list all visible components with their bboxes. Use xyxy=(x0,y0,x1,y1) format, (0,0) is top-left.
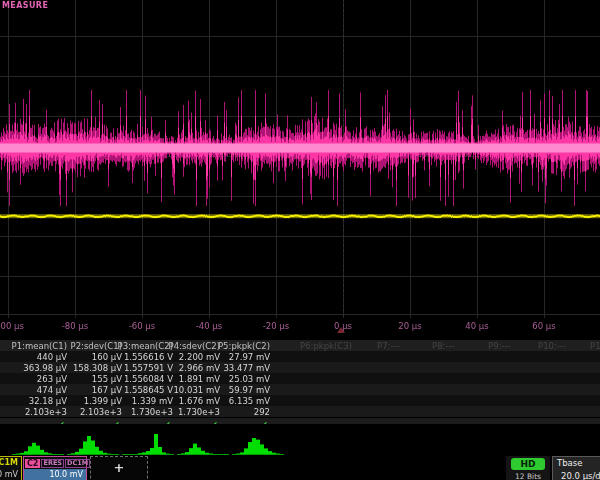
time-axis-label: -100 µs xyxy=(0,321,24,331)
parameter-header[interactable]: P1:mean(C1) xyxy=(12,341,67,351)
parameter-value: 1.730e+3 xyxy=(178,407,220,417)
parameter-histicons xyxy=(0,424,600,458)
time-axis-label: -40 µs xyxy=(196,321,222,331)
parameter-value: 1.399 µV xyxy=(84,396,122,406)
measurement-table: P1:mean(C1)440 µV363.98 µV263 µV474 µV32… xyxy=(0,340,600,436)
parameter-value: 6.135 mV xyxy=(229,396,270,406)
timebase-descriptor[interactable]: Tbase 20.0 µs/div xyxy=(552,456,600,480)
time-axis-label: 40 µs xyxy=(465,321,488,331)
time-axis-label: 20 µs xyxy=(398,321,421,331)
parameter-header[interactable]: P3:mean(C2) xyxy=(118,341,173,351)
parameter-value: 1.339 mV xyxy=(132,396,173,406)
time-axis-label: -60 µs xyxy=(129,321,155,331)
waveform-canvas xyxy=(0,0,600,318)
parameter-value: 292 xyxy=(254,407,270,417)
parameter-value: 32.18 µV xyxy=(29,396,67,406)
parameter-value: 59.97 mV xyxy=(229,385,270,395)
parameter-header[interactable]: P4:sdev(C2) xyxy=(169,341,220,351)
time-axis-label: -80 µs xyxy=(62,321,88,331)
parameter-value: 363.98 µV xyxy=(23,363,67,373)
parameter-value: 27.97 mV xyxy=(229,352,270,362)
hd-badge: HD xyxy=(511,458,545,470)
parameter-value: 2.103e+3 xyxy=(25,407,67,417)
c2-coupling-badge: DC1M xyxy=(65,459,90,468)
parameter-value: 1.557591 V xyxy=(124,363,173,373)
parameter-value: 1.891 mV xyxy=(179,374,220,384)
parameter-value: 2.200 mV xyxy=(179,352,220,362)
channel-c1-descriptor[interactable]: DC1M 10.0 mV xyxy=(0,456,22,480)
table-row xyxy=(0,384,600,395)
parameter-value: 10.031 mV xyxy=(173,385,220,395)
parameter-value: 158.308 µV xyxy=(73,363,122,373)
time-axis: -100 µs-80 µs-60 µs-40 µs-20 µs0 µs20 µs… xyxy=(0,317,600,335)
parameter-value: 2.966 mV xyxy=(179,363,220,373)
parameter-header-unused[interactable]: P10:--- xyxy=(538,341,566,351)
parameter-value: 25.03 mV xyxy=(229,374,270,384)
table-row xyxy=(0,351,600,362)
parameter-value: 155 µV xyxy=(92,374,122,384)
grid-annotation-label: MEASURE xyxy=(2,1,48,10)
c2-eres-badge: ERES xyxy=(41,459,64,468)
c2-channel-tag: C2 xyxy=(25,459,40,468)
add-trace-button[interactable]: + xyxy=(90,456,148,480)
hd-mode-indicator[interactable]: HD 12 Bits xyxy=(506,456,550,480)
parameter-header-unused[interactable]: P11:--- xyxy=(590,341,600,351)
parameter-value: 1.730e+3 xyxy=(131,407,173,417)
plus-icon: + xyxy=(91,457,147,479)
time-axis-label: -20 µs xyxy=(263,321,289,331)
parameter-value: 33.477 mV xyxy=(223,363,270,373)
parameter-header-unused[interactable]: P8:--- xyxy=(432,341,455,351)
time-axis-label: 0 µs xyxy=(334,321,352,331)
oscilloscope-screen: { "top_left_annotation": "MEASURE", "col… xyxy=(0,0,600,480)
parameter-header[interactable]: P5:pkpk(C2) xyxy=(218,341,270,351)
waveform-grid: MEASURE xyxy=(0,0,600,318)
parameter-value: 474 µV xyxy=(37,385,67,395)
parameter-value: 160 µV xyxy=(92,352,122,362)
hd-bits-label: 12 Bits xyxy=(506,472,550,480)
parameter-value: 2.103e+3 xyxy=(80,407,122,417)
parameter-header-unused[interactable]: P7:--- xyxy=(377,341,400,351)
c1-coupling-badge: DC1M xyxy=(0,457,21,469)
parameter-value: 1.556616 V xyxy=(124,352,173,362)
parameter-value: 167 µV xyxy=(92,385,122,395)
c2-scale-value: 10.0 mV xyxy=(24,469,86,480)
tbase-scale-value: 20.0 µs/div xyxy=(553,469,600,480)
descriptor-bar: DC1M 10.0 mV C2 ERES DC1M 10.0 mV + HD 1… xyxy=(0,456,600,480)
parameter-value: 1.556084 V xyxy=(124,374,173,384)
parameter-value: 1.558645 V xyxy=(124,385,173,395)
parameter-value: 263 µV xyxy=(37,374,67,384)
parameter-value: 1.676 mV xyxy=(179,396,220,406)
parameter-header-unused[interactable]: P9:--- xyxy=(488,341,511,351)
time-axis-label: 60 µs xyxy=(532,321,555,331)
parameter-header[interactable]: P2:sdev(C1) xyxy=(71,341,122,351)
channel-c2-descriptor[interactable]: C2 ERES DC1M 10.0 mV xyxy=(23,456,87,480)
table-row xyxy=(0,373,600,384)
tbase-label: Tbase xyxy=(553,457,600,469)
parameter-value: 440 µV xyxy=(37,352,67,362)
parameter-header-unused[interactable]: P6:pkpk(C3) xyxy=(300,341,352,351)
c1-scale-value: 10.0 mV xyxy=(0,469,21,480)
